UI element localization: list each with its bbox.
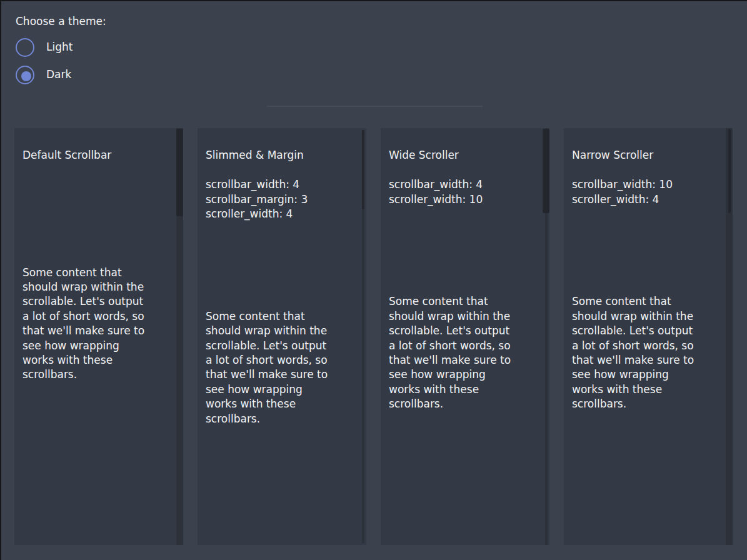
panel-body-text: Some content that should wrap within the…	[572, 294, 722, 411]
scrollbar-thumb[interactable]	[728, 129, 731, 213]
panel-body-text: Some content that should wrap within the…	[23, 266, 173, 382]
panel-params: scrollbar_width: 4 scrollbar_margin: 3 s…	[206, 178, 356, 221]
scrollbar-thumb[interactable]	[543, 129, 549, 213]
section-divider	[267, 106, 483, 107]
radio-icon[interactable]	[16, 66, 34, 84]
panel-params: scrollbar_width: 10 scroller_width: 4	[572, 178, 722, 207]
scroll-panel-wide[interactable]: Wide Scroller scrollbar_width: 4 scrolle…	[381, 128, 549, 545]
panel-title: Default Scrollbar	[23, 148, 173, 162]
panel-title: Slimmed & Margin	[206, 148, 356, 162]
window-top-edge	[0, 0, 747, 1]
panel-title: Wide Scroller	[389, 148, 539, 162]
scrollbar-thumb[interactable]	[176, 129, 183, 216]
radio-dot-icon	[21, 71, 31, 81]
panel-params: scrollbar_width: 4 scroller_width: 10	[389, 178, 539, 207]
window-left-edge	[0, 0, 1, 560]
radio-icon[interactable]	[16, 38, 34, 57]
panel-content: Slimmed & Margin scrollbar_width: 4 scro…	[206, 134, 356, 441]
panel-body-text: Some content that should wrap within the…	[389, 294, 539, 411]
app-window: Choose a theme: Light Dark Default Scrol…	[0, 0, 747, 560]
scroll-panel-slimmed[interactable]: Slimmed & Margin scrollbar_width: 4 scro…	[198, 128, 366, 545]
radio-label-light: Light	[46, 40, 73, 54]
panel-body-text: Some content that should wrap within the…	[206, 309, 356, 426]
panel-content: Wide Scroller scrollbar_width: 4 scrolle…	[389, 134, 539, 426]
radio-label-dark: Dark	[46, 68, 71, 82]
panel-title: Narrow Scroller	[572, 148, 722, 162]
theme-chooser-label: Choose a theme:	[16, 14, 106, 29]
scrollbar-thumb[interactable]	[362, 130, 364, 209]
scroll-panel-narrow[interactable]: Narrow Scroller scrollbar_width: 10 scro…	[564, 128, 733, 545]
panel-content: Default Scrollbar Some content that shou…	[23, 134, 173, 397]
scroll-panel-default[interactable]: Default Scrollbar Some content that shou…	[14, 128, 183, 545]
panel-content: Narrow Scroller scrollbar_width: 10 scro…	[572, 134, 722, 426]
